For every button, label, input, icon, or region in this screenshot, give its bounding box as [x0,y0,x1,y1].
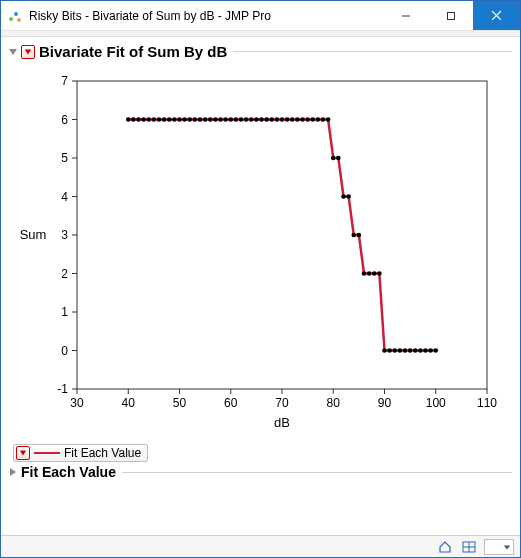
svg-point-87 [325,117,330,122]
svg-point-83 [305,117,310,122]
svg-text:70: 70 [275,396,289,410]
legend-row: Fit Each Value [7,442,512,462]
title-rule [233,51,512,52]
svg-point-104 [412,348,417,353]
svg-point-88 [330,156,335,161]
svg-point-72 [248,117,253,122]
svg-text:Sum: Sum [19,227,46,242]
svg-point-48 [125,117,130,122]
svg-point-79 [284,117,289,122]
svg-text:7: 7 [61,74,68,88]
svg-text:4: 4 [61,190,68,204]
svg-point-101 [397,348,402,353]
svg-point-70 [238,117,243,122]
svg-text:1: 1 [61,305,68,319]
legend-line-swatch [34,452,60,454]
svg-point-60 [187,117,192,122]
layout-icon[interactable] [460,539,478,555]
svg-point-57 [172,117,177,122]
svg-text:-1: -1 [57,382,68,396]
svg-text:90: 90 [377,396,391,410]
svg-point-102 [402,348,407,353]
svg-point-63 [202,117,207,122]
svg-text:5: 5 [61,151,68,165]
svg-point-62 [197,117,202,122]
svg-point-61 [192,117,197,122]
svg-text:30: 30 [70,396,84,410]
svg-point-99 [387,348,392,353]
svg-point-0 [9,17,13,21]
svg-text:6: 6 [61,113,68,127]
panel-title: Bivariate Fit of Sum By dB [39,43,227,60]
legend-label: Fit Each Value [64,446,141,460]
svg-marker-114 [504,545,510,549]
svg-marker-109 [20,451,26,456]
svg-marker-110 [10,468,16,476]
panel-header: Bivariate Fit of Sum By dB [7,43,512,60]
svg-point-76 [269,117,274,122]
svg-point-65 [213,117,218,122]
subpanel-title: Fit Each Value [21,464,116,480]
legend-fit-each-value[interactable]: Fit Each Value [13,444,148,462]
svg-point-54 [156,117,161,122]
svg-point-91 [346,194,351,199]
svg-point-52 [146,117,151,122]
title-rule [122,472,512,473]
close-button[interactable] [473,1,520,30]
minimize-button[interactable] [383,1,428,30]
svg-point-50 [136,117,141,122]
svg-point-80 [289,117,294,122]
svg-point-53 [151,117,156,122]
chart[interactable]: 30405060708090100110-101234567dBSum [7,62,512,442]
svg-point-69 [233,117,238,122]
svg-point-98 [382,348,387,353]
svg-point-67 [223,117,228,122]
home-icon[interactable] [436,539,454,555]
window-title: Risky Bits - Bivariate of Sum by dB - JM… [29,9,383,23]
subpanel-header: Fit Each Value [7,462,512,480]
app-icon [7,8,23,24]
disclosure-triangle-closed-icon[interactable] [7,466,19,478]
svg-point-71 [243,117,248,122]
svg-point-49 [131,117,136,122]
svg-point-74 [259,117,264,122]
content-area: Bivariate Fit of Sum By dB 3040506070809… [1,37,520,535]
svg-point-1 [14,12,18,16]
svg-point-108 [433,348,438,353]
svg-rect-9 [77,81,487,389]
svg-text:dB: dB [274,415,290,430]
svg-point-75 [264,117,269,122]
legend-hotspot-icon[interactable] [16,446,30,460]
statusbar [1,535,520,557]
svg-text:40: 40 [121,396,135,410]
disclosure-triangle-icon[interactable] [7,46,19,58]
svg-point-106 [423,348,428,353]
svg-text:50: 50 [172,396,186,410]
svg-point-59 [182,117,187,122]
svg-point-77 [274,117,279,122]
svg-point-93 [356,233,361,238]
svg-rect-4 [447,12,454,19]
svg-point-78 [279,117,284,122]
svg-point-100 [392,348,397,353]
svg-text:110: 110 [476,396,496,410]
svg-point-55 [161,117,166,122]
svg-text:2: 2 [61,267,68,281]
svg-point-2 [17,18,21,22]
app-window: Risky Bits - Bivariate of Sum by dB - JM… [0,0,521,558]
svg-point-96 [371,271,376,276]
svg-point-107 [428,348,433,353]
maximize-button[interactable] [428,1,473,30]
svg-point-82 [300,117,305,122]
svg-point-84 [310,117,315,122]
svg-point-86 [320,117,325,122]
svg-point-64 [207,117,212,122]
svg-point-97 [377,271,382,276]
svg-point-68 [228,117,233,122]
hotspot-menu-icon[interactable] [21,45,35,59]
svg-point-73 [254,117,259,122]
status-dropdown[interactable] [484,539,514,555]
svg-point-95 [366,271,371,276]
svg-point-85 [315,117,320,122]
svg-point-51 [141,117,146,122]
